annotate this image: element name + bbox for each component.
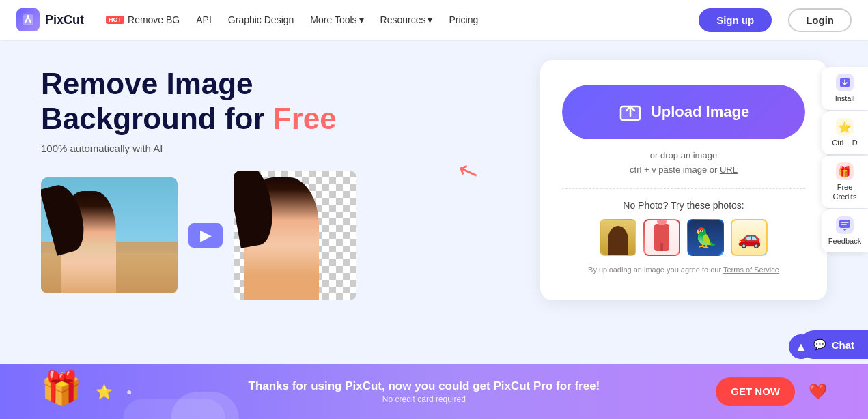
star-decoration: ⭐ [96,384,113,400]
nav-pricing-label: Pricing [449,14,478,25]
arrow-right-icon: ▶ [188,223,223,248]
nav-api[interactable]: API [196,14,212,25]
divider [562,188,805,189]
terms-of-service-link[interactable]: Terms of Service [723,265,779,274]
nav-resources[interactable]: Resources ▾ [380,14,433,25]
demo-after-image [234,171,356,300]
nav-graphic-design[interactable]: Graphic Design [228,14,294,25]
ctrl-d-label: Ctrl + D [832,139,858,147]
scroll-up-button[interactable]: ▲ [789,334,813,359]
ctrl-v-label: ctrl + v paste image or [630,164,717,175]
get-now-label: GET NOW [731,386,780,397]
upload-icon [618,100,643,124]
free-credits-label: Free Credits [827,183,863,201]
upload-image-button[interactable]: Upload Image [562,85,805,139]
bookmark-button[interactable]: ⭐ Ctrl + D [822,111,868,154]
svg-point-1 [27,15,29,18]
chat-icon: 💬 [813,338,826,351]
logo[interactable]: PixCut [16,8,84,31]
arrow-up-icon: ▲ [795,340,807,354]
sample-photos-row: 🦜 🚗 [562,219,805,256]
terms-prefix: By uploading an image you agree to our [588,265,723,274]
curve-arrow-icon: ↗ [454,154,484,188]
chevron-down-icon: ▾ [428,14,432,25]
hero-title-line1: Remove Image [41,67,253,100]
dot-decoration: ● [126,386,132,397]
upload-card: Upload Image or drop an image ctrl + v p… [540,60,827,300]
chevron-down-icon: ▾ [359,14,364,25]
feedback-icon [836,216,854,234]
url-link[interactable]: URL [720,164,738,175]
terms-text: By uploading an image you agree to our T… [562,265,805,274]
demo-area: ↗ ▶ [41,171,513,300]
chat-label: Chat [832,339,854,351]
nav-more-tools-label: More Tools [310,14,356,25]
ctrl-v-text: ctrl + v paste image or URL [562,164,805,175]
gift-box-icon: 🎁 [41,369,82,407]
star-icon: ⭐ [836,118,854,136]
upload-button-label: Upload Image [651,103,749,121]
install-icon [836,74,854,91]
right-float-panel: Install ⭐ Ctrl + D 🎁 Free Credits Feedba… [822,67,868,252]
feedback-button[interactable]: Feedback [822,210,868,252]
or-drop-text: or drop an image [562,150,805,160]
nav-remove-bg[interactable]: HOT Remove BG [106,14,180,25]
nav-remove-bg-label: Remove BG [128,14,180,25]
sample-photo-2[interactable] [643,219,680,256]
logo-icon [16,8,40,31]
hero-subtitle: 100% automatically with AI [41,143,513,154]
signup-button[interactable]: Sign up [699,8,772,32]
heart-decoration: ❤️ [809,383,827,401]
hero-free-text: Free [273,102,337,135]
try-photos-label: No Photo? Try these photos: [562,200,805,211]
banner-main-text: Thanks for using PixCut, now you could g… [145,379,702,393]
nav-resources-label: Resources [380,14,426,25]
sample-photo-3[interactable]: 🦜 [687,219,724,256]
hero-title-line2: Background for [41,102,273,135]
hero-section: Remove Image Background for Free 100% au… [41,60,513,300]
sample-photo-4[interactable]: 🚗 [731,219,768,256]
logo-text: PixCut [45,13,84,27]
hero-title: Remove Image Background for Free [41,67,513,136]
nav-api-label: API [196,14,212,25]
login-button[interactable]: Login [788,8,852,32]
sample-photo-1[interactable] [600,219,636,256]
feedback-label: Feedback [828,237,861,246]
install-label: Install [835,94,855,103]
svg-rect-5 [839,220,850,228]
bottom-banner: 🎁 ⭐ ● Thanks for using PixCut, now you c… [0,364,868,419]
main-content: Remove Image Background for Free 100% au… [0,40,868,300]
gift-icon: 🎁 [836,162,854,180]
nav-pricing[interactable]: Pricing [449,14,478,25]
navbar: PixCut HOT Remove BG API Graphic Design … [0,0,868,40]
arrow-right-area: ▶ [188,223,223,248]
free-credits-button[interactable]: 🎁 Free Credits [822,156,868,207]
nav-graphic-design-label: Graphic Design [228,14,294,25]
demo-before-image [41,177,178,293]
install-button[interactable]: Install [822,67,868,110]
hot-badge: HOT [106,16,124,24]
get-now-button[interactable]: GET NOW [716,377,795,406]
nav-more-tools[interactable]: More Tools ▾ [310,14,363,25]
